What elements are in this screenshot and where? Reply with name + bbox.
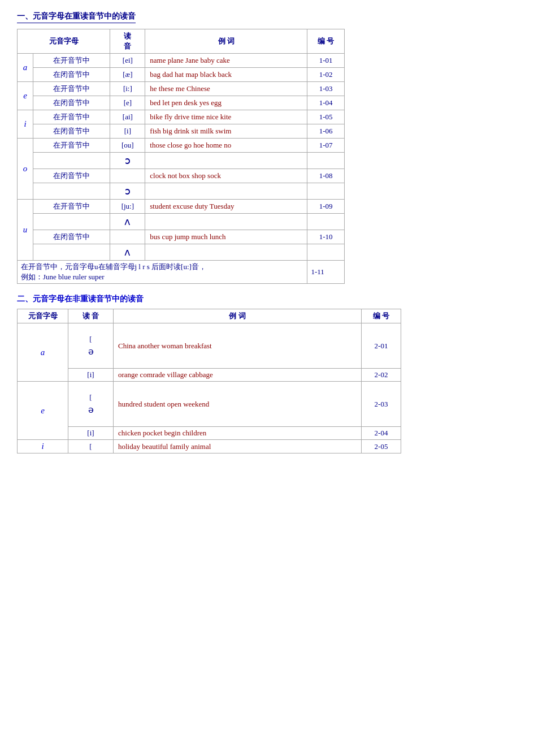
s2-examples-e1: hundred student open weekend [114, 382, 362, 427]
code-o-mid [307, 153, 345, 169]
context-u-bot [33, 244, 110, 261]
header-example: 例 词 [145, 29, 307, 54]
table-row: e [ ə hundred student open weekend 2-03 [18, 382, 401, 427]
phonetic-e1: [i:] [110, 82, 145, 96]
table-row: o 在开音节中 [ou] those close go hoe home no … [18, 139, 345, 153]
table-row: 在闭音节中 clock not box shop sock 1-08 [18, 169, 345, 183]
section2-table: 元音字母 读 音 例 词 编 号 a [ ə China another wom… [17, 309, 401, 453]
vowel-a: a [18, 54, 33, 82]
context-o-bot [33, 183, 110, 200]
table-row: a [ ə China another woman breakfast 2-01 [18, 323, 401, 369]
phonetic-u-mid: ʌ [110, 214, 145, 230]
table-row: 在闭音节中 [æ] bag dad hat map black back 1-0… [18, 68, 345, 82]
vowel-e: e [18, 82, 33, 110]
examples-a1: name plane Jane baby cake [145, 54, 307, 68]
code-o-bot [307, 183, 345, 200]
section2: 二、元音字母在非重读音节中的读音 元音字母 读 音 例 词 编 号 a [ ə … [17, 294, 517, 453]
s2-examples-i1: holiday beautiful family animal [114, 440, 362, 453]
examples-o2: clock not box shop sock [145, 169, 307, 183]
header-vowel: 元音字母 [18, 29, 110, 54]
code-a2: 1-02 [307, 68, 345, 82]
code-u-mid [307, 214, 345, 230]
table-row: u 在开音节中 [ju:] student excuse duty Tuesda… [18, 200, 345, 214]
examples-o-mid [145, 153, 307, 169]
examples-u-bot [145, 244, 307, 261]
s2-header-vowel: 元音字母 [18, 309, 68, 323]
note-text: 在开音节中，元音字母u在辅音字母j l r s 后面时读[u:]音， 例如：Ju… [18, 261, 307, 284]
context-a2: 在闭音节中 [33, 68, 110, 82]
code-e1: 1-03 [307, 82, 345, 96]
s2-phonetic-e1: [ ə [68, 382, 114, 427]
context-o2: 在闭音节中 [33, 169, 110, 183]
vowel-u: u [18, 200, 33, 261]
table-row: i [ holiday beautiful family animal 2-05 [18, 440, 401, 453]
s2-code-a1: 2-01 [362, 323, 401, 369]
vowel-i: i [18, 110, 33, 139]
s2-code-a2: 2-02 [362, 369, 401, 382]
code-o2: 1-08 [307, 169, 345, 183]
s2-header-example: 例 词 [114, 309, 362, 323]
s2-examples-a2: orange comrade village cabbage [114, 369, 362, 382]
phonetic-o-bot: ɔ [110, 183, 145, 200]
s2-code-e1: 2-03 [362, 382, 401, 427]
s2-vowel-a: a [18, 323, 68, 382]
header-phonetic: 读音 [110, 29, 145, 54]
s2-header-phonetic: 读 音 [68, 309, 114, 323]
phonetic-a2: [æ] [110, 68, 145, 82]
table-row: 在闭音节中 [i] fish big drink sit milk swim 1… [18, 124, 345, 139]
section1-title: 一、元音字母在重读音节中的读音 [17, 11, 136, 23]
examples-u1: student excuse duty Tuesday [145, 200, 307, 214]
s2-code-i1: 2-05 [362, 440, 401, 453]
table-row: 在闭音节中 bus cup jump much lunch 1-10 [18, 230, 345, 244]
context-e2: 在闭音节中 [33, 96, 110, 110]
examples-e1: he these me Chinese [145, 82, 307, 96]
phonetic-u1: [ju:] [110, 200, 145, 214]
s2-examples-a1: China another woman breakfast [114, 323, 362, 369]
code-u1: 1-09 [307, 200, 345, 214]
s2-vowel-i: i [18, 440, 68, 453]
phonetic-i1: [ai] [110, 110, 145, 124]
vowel-o: o [18, 139, 33, 200]
examples-o1: those close go hoe home no [145, 139, 307, 153]
note-code: 1-11 [307, 261, 345, 284]
s2-phonetic-i1: [ [68, 440, 114, 453]
context-e1: 在开音节中 [33, 82, 110, 96]
section2-title: 二、元音字母在非重读音节中的读音 [17, 294, 517, 304]
code-o1: 1-07 [307, 139, 345, 153]
examples-e2: bed let pen desk yes egg [145, 96, 307, 110]
table-row: ʌ [18, 214, 345, 230]
table-row: i 在开音节中 [ai] bike fly drive time nice ki… [18, 110, 345, 124]
phonetic-a1: [ei] [110, 54, 145, 68]
s2-code-e2: 2-04 [362, 427, 401, 440]
code-i2: 1-06 [307, 124, 345, 139]
examples-o-bot [145, 183, 307, 200]
note-row: 在开音节中，元音字母u在辅音字母j l r s 后面时读[u:]音， 例如：Ju… [18, 261, 345, 284]
phonetic-u-bot: ʌ [110, 244, 145, 261]
phonetic-i2: [i] [110, 124, 145, 139]
s2-header-code: 编 号 [362, 309, 401, 323]
examples-i2: fish big drink sit milk swim [145, 124, 307, 139]
context-u-mid [33, 214, 110, 230]
examples-u2: bus cup jump much lunch [145, 230, 307, 244]
s2-examples-e2: chicken pocket begin children [114, 427, 362, 440]
table-row: e 在开音节中 [i:] he these me Chinese 1-03 [18, 82, 345, 96]
table-row: 在闭音节中 [e] bed let pen desk yes egg 1-04 [18, 96, 345, 110]
examples-i1: bike fly drive time nice kite [145, 110, 307, 124]
table-row: a 在开音节中 [ei] name plane Jane baby cake 1… [18, 54, 345, 68]
table-row: ɔ [18, 153, 345, 169]
examples-u-mid [145, 214, 307, 230]
code-e2: 1-04 [307, 96, 345, 110]
code-a1: 1-01 [307, 54, 345, 68]
s2-phonetic-a2: [i] [68, 369, 114, 382]
s2-phonetic-e2: [i] [68, 427, 114, 440]
code-u2: 1-10 [307, 230, 345, 244]
context-u1: 在开音节中 [33, 200, 110, 214]
code-i1: 1-05 [307, 110, 345, 124]
context-i2: 在闭音节中 [33, 124, 110, 139]
phonetic-o1: [ou] [110, 139, 145, 153]
context-o-mid [33, 153, 110, 169]
section1: 一、元音字母在重读音节中的读音 元音字母 读音 例 词 编 号 a 在开音节中 … [17, 11, 517, 284]
header-code: 编 号 [307, 29, 345, 54]
context-i1: 在开音节中 [33, 110, 110, 124]
s2-phonetic-a1: [ ə [68, 323, 114, 369]
